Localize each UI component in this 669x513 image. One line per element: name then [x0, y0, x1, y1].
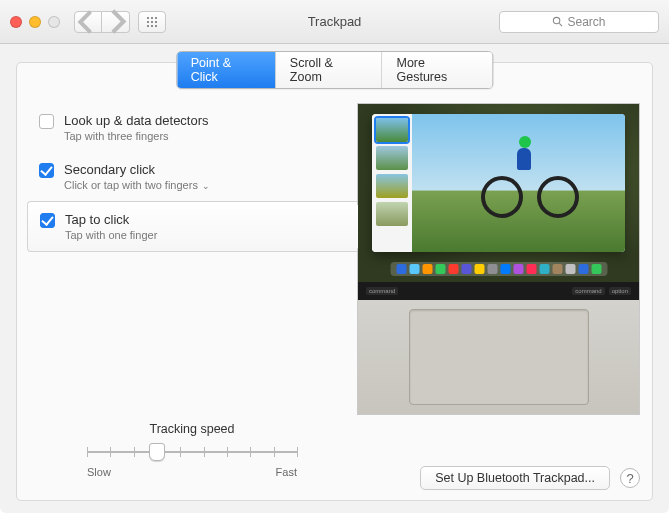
preview-keyboard-row: command command option: [358, 282, 639, 300]
preview-dock: [390, 262, 607, 276]
help-button[interactable]: ?: [620, 468, 640, 488]
preview-app-window: [372, 114, 625, 252]
option-title: Secondary click: [64, 162, 210, 177]
tab-scroll-zoom[interactable]: Scroll & Zoom: [276, 52, 383, 88]
svg-point-8: [155, 25, 157, 27]
nav-buttons: [74, 11, 130, 33]
setup-bluetooth-button[interactable]: Set Up Bluetooth Trackpad...: [420, 466, 610, 490]
option-checkbox[interactable]: [40, 213, 55, 228]
preview-trackpad-surface: [409, 309, 589, 405]
option-checkbox[interactable]: [39, 114, 54, 129]
tab-more-gestures[interactable]: More Gestures: [382, 52, 492, 88]
key-label-left: command: [366, 287, 398, 295]
option-title: Look up & data detectors: [64, 113, 209, 128]
svg-point-2: [155, 17, 157, 19]
tab-point-click[interactable]: Point & Click: [177, 52, 276, 88]
zoom-window-button: [48, 16, 60, 28]
slider-high-label: Fast: [276, 466, 297, 478]
tracking-speed-slider[interactable]: [87, 442, 297, 462]
option-row[interactable]: Look up & data detectorsTap with three f…: [27, 103, 357, 152]
svg-point-3: [147, 21, 149, 23]
option-subtitle: Tap with three fingers: [64, 130, 209, 142]
show-all-button[interactable]: [138, 11, 166, 33]
svg-point-6: [147, 25, 149, 27]
tab-bar: Point & ClickScroll & ZoomMore Gestures: [176, 51, 494, 89]
settings-panel: Point & ClickScroll & ZoomMore Gestures …: [16, 62, 653, 501]
tracking-speed-label: Tracking speed: [87, 422, 297, 436]
tracking-speed-block: Tracking speed Slow Fast: [87, 422, 297, 478]
option-title: Tap to click: [65, 212, 157, 227]
search-input[interactable]: Search: [499, 11, 659, 33]
option-checkbox[interactable]: [39, 163, 54, 178]
preview-column: command command option: [357, 103, 652, 500]
footer: Set Up Bluetooth Trackpad... ?: [420, 466, 640, 490]
forward-button[interactable]: [102, 11, 130, 33]
option-row[interactable]: Tap to clickTap with one finger: [27, 201, 357, 252]
svg-point-7: [151, 25, 153, 27]
gesture-preview: command command option: [357, 103, 640, 415]
back-button[interactable]: [74, 11, 102, 33]
svg-point-0: [147, 17, 149, 19]
options-column: Look up & data detectorsTap with three f…: [17, 103, 357, 500]
svg-point-4: [151, 21, 153, 23]
chevron-down-icon: ⌄: [202, 181, 210, 191]
key-label-right-2: option: [609, 287, 631, 295]
option-row[interactable]: Secondary clickClick or tap with two fin…: [27, 152, 357, 201]
preview-trackpad-body: [358, 300, 639, 414]
search-icon: [552, 16, 563, 27]
svg-point-9: [554, 17, 560, 23]
option-subtitle: Tap with one finger: [65, 229, 157, 241]
close-window-button[interactable]: [10, 16, 22, 28]
svg-line-10: [560, 23, 563, 26]
window-controls: [10, 16, 60, 28]
search-placeholder: Search: [567, 15, 605, 29]
svg-point-5: [155, 21, 157, 23]
content-area: Point & ClickScroll & ZoomMore Gestures …: [0, 44, 669, 513]
minimize-window-button[interactable]: [29, 16, 41, 28]
key-label-right-1: command: [572, 287, 604, 295]
options-list: Look up & data detectorsTap with three f…: [27, 103, 357, 252]
option-subtitle[interactable]: Click or tap with two fingers⌄: [64, 179, 210, 191]
titlebar: Trackpad Search: [0, 0, 669, 44]
slider-low-label: Slow: [87, 466, 111, 478]
preview-screen: [358, 104, 639, 282]
slider-thumb[interactable]: [149, 443, 165, 461]
svg-point-1: [151, 17, 153, 19]
